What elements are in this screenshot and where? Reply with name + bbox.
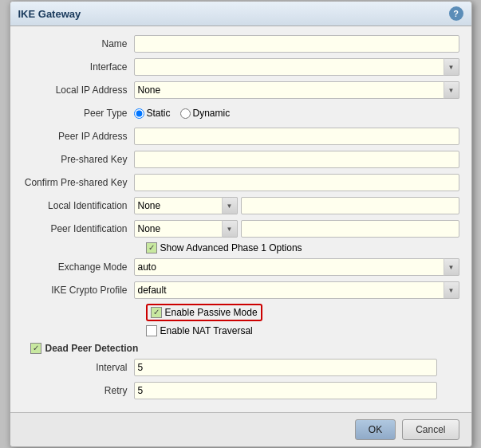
interface-row: Interface	[22, 57, 459, 77]
interface-select[interactable]	[134, 58, 459, 76]
enable-passive-checkbox-item[interactable]: Enable Passive Mode	[151, 307, 258, 318]
peer-id-row: Peer Identification None	[22, 219, 459, 238]
local-id-select[interactable]: None	[134, 197, 238, 214]
peer-type-static-option[interactable]: Static	[134, 108, 171, 119]
dialog-footer: OK Cancel	[10, 412, 471, 446]
peer-id-select[interactable]: None	[134, 220, 238, 238]
peer-type-dynamic-option[interactable]: Dynamic	[180, 108, 231, 119]
show-advanced-checkbox[interactable]	[146, 242, 157, 253]
show-advanced-label: Show Advanced Phase 1 Options	[160, 242, 302, 253]
peer-id-select-wrapper: None	[134, 220, 238, 238]
local-id-input[interactable]	[241, 197, 459, 214]
enable-passive-label: Enable Passive Mode	[165, 307, 258, 318]
peer-type-radio-group: Static Dynamic	[134, 108, 231, 119]
ike-crypto-select-wrapper: default	[134, 281, 459, 299]
confirm-preshared-input[interactable]	[134, 174, 459, 191]
dead-peer-section: Dead Peer Detection	[30, 343, 459, 354]
interface-label: Interface	[22, 61, 134, 73]
peer-type-static-radio[interactable]	[134, 108, 144, 119]
name-label: Name	[22, 38, 134, 49]
interval-input[interactable]	[134, 359, 437, 376]
ok-button[interactable]: OK	[355, 419, 396, 440]
ike-crypto-row: IKE Crypto Profile default	[22, 281, 459, 300]
cancel-button[interactable]: Cancel	[402, 419, 459, 440]
enable-passive-checkbox[interactable]	[151, 307, 162, 318]
exchange-mode-label: Exchange Mode	[22, 261, 134, 273]
peer-id-controls: None	[134, 220, 459, 238]
interval-label: Interval	[22, 362, 134, 373]
dialog-title: IKE Gateway	[18, 8, 81, 20]
dead-peer-checkbox[interactable]	[30, 343, 41, 354]
peer-ip-label: Peer IP Address	[22, 131, 134, 142]
retry-label: Retry	[22, 385, 134, 396]
peer-type-dynamic-radio[interactable]	[180, 108, 191, 119]
interface-select-wrapper	[134, 58, 459, 76]
preshared-key-label: Pre-shared Key	[22, 154, 134, 165]
local-ip-row: Local IP Address None	[22, 81, 459, 100]
show-advanced-row: Show Advanced Phase 1 Options	[22, 242, 459, 253]
dialog-body: Name Interface Local IP Address None	[10, 26, 471, 412]
name-row: Name	[22, 34, 459, 53]
retry-row: Retry	[22, 381, 459, 400]
interval-row: Interval	[22, 358, 459, 377]
exchange-mode-select[interactable]: auto	[134, 258, 459, 276]
help-icon[interactable]: ?	[449, 6, 463, 21]
peer-type-row: Peer Type Static Dynamic	[22, 104, 459, 123]
exchange-mode-select-wrapper: auto	[134, 258, 459, 276]
enable-passive-row: Enable Passive Mode	[22, 304, 459, 321]
dialog-header: IKE Gateway ?	[10, 2, 471, 26]
local-id-label: Local Identification	[22, 200, 134, 211]
confirm-preshared-row: Confirm Pre-shared Key	[22, 173, 459, 192]
local-id-select-wrapper: None	[134, 197, 238, 214]
name-input[interactable]	[134, 35, 459, 53]
preshared-key-input[interactable]	[134, 151, 459, 168]
peer-type-dynamic-label: Dynamic	[193, 108, 231, 119]
peer-ip-input[interactable]	[134, 128, 459, 145]
dead-peer-title: Dead Peer Detection	[45, 343, 139, 354]
enable-nat-label: Enable NAT Traversal	[160, 325, 253, 336]
peer-ip-row: Peer IP Address	[22, 127, 459, 146]
enable-nat-checkbox-item[interactable]: Enable NAT Traversal	[146, 325, 253, 336]
local-id-row: Local Identification None	[22, 196, 459, 215]
peer-type-static-label: Static	[147, 108, 171, 119]
enable-passive-highlight: Enable Passive Mode	[146, 304, 262, 321]
peer-id-label: Peer Identification	[22, 223, 134, 234]
confirm-preshared-label: Confirm Pre-shared Key	[22, 177, 134, 188]
peer-type-label: Peer Type	[22, 108, 134, 119]
retry-input[interactable]	[134, 382, 437, 399]
peer-id-input[interactable]	[241, 220, 459, 238]
local-ip-select-wrapper: None	[134, 81, 459, 99]
enable-nat-row: Enable NAT Traversal	[22, 325, 459, 336]
exchange-mode-row: Exchange Mode auto	[22, 257, 459, 277]
local-ip-select[interactable]: None	[134, 81, 459, 99]
local-ip-label: Local IP Address	[22, 84, 134, 96]
show-advanced-checkbox-item[interactable]: Show Advanced Phase 1 Options	[146, 242, 302, 253]
preshared-key-row: Pre-shared Key	[22, 150, 459, 169]
ike-gateway-dialog: IKE Gateway ? Name Interface Local IP Ad…	[10, 1, 472, 447]
ike-crypto-select[interactable]: default	[134, 281, 459, 299]
enable-nat-checkbox[interactable]	[146, 325, 157, 336]
local-id-controls: None	[134, 197, 459, 214]
ike-crypto-label: IKE Crypto Profile	[22, 285, 134, 296]
